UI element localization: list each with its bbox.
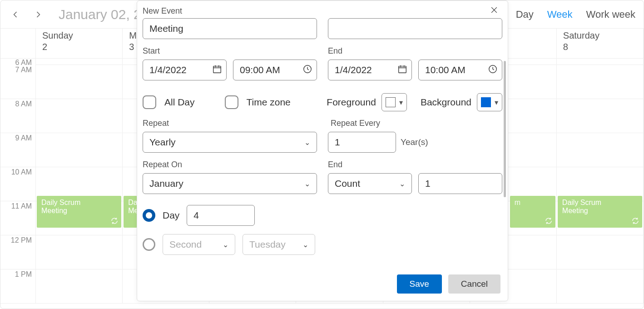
recurring-icon (110, 217, 119, 227)
chevron-down-icon: ▾ (495, 98, 498, 107)
repeat-every-input[interactable]: 1 (328, 132, 396, 153)
time-label: 8 AM (15, 100, 32, 108)
clock-icon[interactable] (488, 64, 498, 76)
day-name: Saturday (563, 30, 637, 41)
timezone-label: Time zone (247, 97, 291, 108)
chevron-down-icon: ⌄ (223, 240, 228, 249)
time-label: 1 PM (15, 270, 32, 279)
event-title: Meeting (562, 207, 588, 214)
weekday-value: Tuesday (249, 239, 286, 250)
next-button[interactable] (31, 8, 45, 21)
close-icon (490, 5, 499, 15)
end-type-select[interactable]: Count ⌄ (328, 173, 412, 194)
event-title: Daily Scrum (562, 199, 601, 206)
swatch-white (386, 97, 396, 107)
timezone-checkbox[interactable] (225, 95, 238, 109)
day-number-input[interactable]: 4 (187, 205, 255, 226)
clock-icon[interactable] (302, 64, 312, 76)
scrollbar-thumb[interactable] (504, 61, 506, 197)
time-label: 9 AM (15, 134, 32, 142)
chevron-down-icon: ⌄ (302, 240, 308, 249)
calendar-icon[interactable] (397, 64, 407, 76)
chevron-down-icon: ⌄ (399, 179, 405, 188)
subject-value: Meeting (149, 23, 183, 34)
weekday-select[interactable]: Tuesday ⌄ (243, 234, 315, 255)
ordinal-select[interactable]: Second ⌄ (163, 234, 235, 255)
day-name: Sunday (42, 30, 116, 41)
event-block[interactable]: Daily Scrum Meeting (558, 196, 642, 228)
day-number: 2 (42, 42, 116, 52)
svg-rect-0 (213, 66, 221, 73)
ordinal-radio[interactable] (143, 238, 155, 251)
end-count-value: 1 (425, 178, 431, 189)
event-block[interactable]: m (510, 196, 555, 228)
subject-input[interactable]: Meeting (143, 18, 317, 39)
chevron-down-icon: ⌄ (304, 138, 310, 147)
repeat-on-value: January (149, 178, 183, 189)
calendar-icon[interactable] (212, 64, 222, 76)
cancel-button[interactable]: Cancel (448, 274, 500, 294)
repeat-every-value: 1 (335, 137, 340, 148)
chevron-left-icon (11, 10, 20, 19)
close-button[interactable] (488, 4, 500, 18)
day-header: Sunday 2 (36, 29, 123, 58)
recurring-icon (545, 217, 553, 227)
event-title: Me (128, 207, 137, 214)
repeat-every-label: Repeat Every (328, 119, 502, 128)
event-block[interactable]: Da Me (124, 196, 137, 228)
swatch-blue (481, 97, 491, 107)
start-label: Start (143, 46, 317, 56)
ordinal-value: Second (169, 239, 202, 250)
dialog-title: New Event (143, 6, 182, 16)
day-header: Saturday 8 (557, 29, 644, 58)
end-date-value: 1/4/2022 (335, 65, 372, 75)
event-title: Meeting (41, 207, 67, 214)
allday-label: All Day (164, 97, 195, 108)
repeat-value: Yearly (149, 137, 176, 148)
repeat-every-unit: Year(s) (401, 137, 428, 147)
time-label: 12 PM (11, 236, 32, 244)
time-label: 7 AM (15, 66, 32, 74)
repeat-on-select[interactable]: January ⌄ (143, 173, 317, 194)
allday-checkbox[interactable] (143, 95, 156, 109)
end-time-value: 10:00 AM (425, 65, 466, 75)
tab-workweek[interactable]: Work week (586, 9, 635, 20)
time-label: 10 AM (11, 168, 32, 176)
repeat-label: Repeat (143, 119, 317, 128)
location-input[interactable] (328, 18, 502, 39)
time-label: 11 AM (11, 202, 32, 210)
chevron-down-icon: ▾ (399, 98, 403, 107)
foreground-picker[interactable]: ▾ (381, 93, 407, 111)
repeat-select[interactable]: Yearly ⌄ (143, 132, 317, 153)
tab-day[interactable]: Day (516, 9, 534, 20)
day-radio-label: Day (163, 210, 179, 221)
end-type-value: Count (335, 178, 360, 189)
repeat-on-label: Repeat On (143, 160, 317, 169)
start-date-value: 1/4/2022 (149, 65, 187, 75)
new-event-dialog: New Event Meeting Start 1/4 (137, 0, 508, 301)
tab-week[interactable]: Week (547, 9, 573, 20)
recurring-icon (631, 217, 639, 227)
event-block[interactable]: Daily Scrum Meeting (37, 196, 121, 228)
background-label: Background (421, 97, 471, 108)
day-number: 8 (563, 42, 637, 52)
background-picker[interactable]: ▾ (477, 93, 502, 111)
foreground-label: Foreground (327, 97, 376, 108)
event-title: Da (128, 199, 137, 206)
event-title: Daily Scrum (41, 199, 80, 206)
day-value: 4 (193, 210, 199, 221)
prev-button[interactable] (9, 8, 22, 21)
start-time-value: 09:00 AM (240, 65, 280, 75)
chevron-down-icon: ⌄ (304, 179, 310, 188)
svg-rect-2 (399, 66, 406, 73)
save-button[interactable]: Save (397, 274, 442, 294)
chevron-right-icon (34, 10, 43, 19)
end-label: End (328, 46, 502, 56)
end-count-input[interactable]: 1 (418, 173, 502, 194)
end-type-label: End (328, 160, 502, 169)
day-radio[interactable] (143, 209, 155, 222)
